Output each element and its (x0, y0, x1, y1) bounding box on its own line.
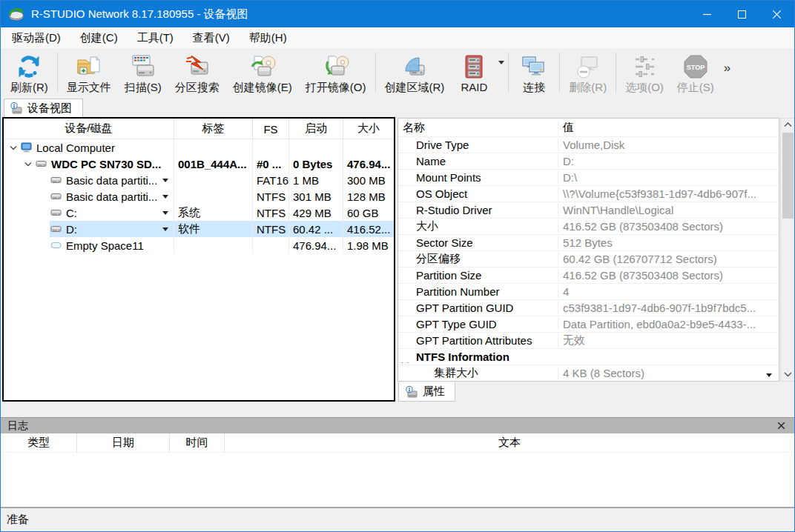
column-header-label: 标签 (202, 122, 225, 136)
folder-files-icon (76, 53, 102, 80)
prop-name-ntfs-information: NTFS Information (398, 350, 558, 363)
prop-row-gpt-type-guid[interactable]: GPT Type GUIDData Partition, ebd0a0a2-b9… (398, 316, 779, 332)
column-header-label[interactable]: 标签 (174, 119, 253, 139)
raid-icon (461, 53, 487, 80)
stop-icon: STOP (682, 53, 709, 80)
partition-dropdown-caret[interactable] (162, 179, 168, 185)
device-row-local-computer[interactable]: Local Computer (4, 139, 394, 156)
scrollbar-thumb[interactable] (782, 133, 794, 219)
column-header-fs[interactable]: FS (253, 119, 289, 139)
connect-label: 连接 (523, 81, 545, 93)
create-image-button[interactable]: 创建镜像(E) (226, 49, 299, 96)
disk-icon (50, 206, 63, 219)
prop-name-sector-size: Sector Size (398, 236, 558, 249)
cluster-size-dropdown-caret[interactable] (766, 373, 772, 379)
device-row-basic-partition-2[interactable]: Basic data partiti...NTFS301 MB128 MB (4, 188, 394, 205)
device-row-drive-d[interactable]: D:软件NTFS60.42 ...416.52... (4, 221, 394, 237)
prop-value-size: 416.52 GB (873503408 Sectors) (558, 220, 779, 233)
prop-value-rstudio-driver: WinNT\Handle\Logical (558, 204, 779, 216)
device-row-empty-space-11[interactable]: Empty Space11476.94...1.98 MB (4, 237, 394, 253)
prop-name-partition-number: Partition Number (398, 285, 558, 298)
log-title: 日志 (7, 419, 774, 433)
partition-search-label: 分区搜索 (175, 81, 220, 93)
sort-ascending-icon (85, 120, 93, 133)
prop-row-size[interactable]: 大小416.52 GB (873503408 Sectors) (398, 218, 779, 234)
toolbar-separator (616, 53, 616, 93)
close-button[interactable] (759, 1, 794, 27)
options-button: 选项(O) (618, 49, 670, 96)
status-text: 准备 (7, 513, 29, 527)
properties-value-header: 值 (558, 121, 779, 135)
prop-row-rstudio-driver[interactable]: R-Studio DriverWinNT\Handle\Logical (398, 202, 779, 218)
prop-row-drive-type[interactable]: Drive TypeVolume,Disk (398, 136, 779, 153)
prop-row-sector-size[interactable]: Sector Size512 Bytes (398, 234, 779, 250)
partition-dropdown-caret[interactable] (162, 195, 168, 202)
open-image-button[interactable]: 打开镜像(O) (299, 49, 373, 96)
scroll-down-icon[interactable] (781, 368, 794, 381)
device-name-label: WDC PC SN730 SD... (51, 158, 161, 170)
delete-icon (575, 53, 601, 80)
app-window: R-STUDIO Network 8.17.180955 - 设备视图 驱动器(… (0, 0, 795, 532)
log-column-type[interactable]: 类型 (1, 433, 77, 453)
svg-text:STOP: STOP (687, 64, 705, 71)
log-header-row: 类型日期时间文本 (1, 433, 794, 453)
scroll-up-icon[interactable] (781, 119, 794, 131)
properties-tab-bar: 属性 (398, 382, 794, 404)
properties-scrollbar[interactable] (780, 118, 794, 382)
refresh-icon (16, 53, 42, 80)
log-column-time[interactable]: 时间 (170, 433, 225, 453)
tab-properties[interactable]: 属性 (398, 382, 455, 402)
expander-chevron-icon[interactable] (22, 162, 35, 167)
prop-row-name[interactable]: NameD: (398, 153, 779, 169)
empty-disk-icon (50, 239, 63, 252)
stop-label: 停止(S) (677, 81, 714, 93)
partition-search-button[interactable]: 分区搜索 (168, 49, 226, 96)
prop-value-drive-type: Volume,Disk (558, 139, 779, 151)
prop-row-os-object[interactable]: OS Object\\?\Volume{c53f9381-1d97-4db6-9… (398, 185, 779, 202)
window-title: R-STUDIO Network 8.17.180955 - 设备视图 (31, 7, 690, 21)
create-region-button[interactable]: 创建区域(R) (378, 49, 452, 96)
prop-value-os-object: \\?\Volume{c53f9381-1d97-4db6-907f... (558, 187, 779, 200)
prop-row-gpt-partition-attributes[interactable]: GPT Partition Attributes无效 (398, 332, 779, 348)
menu-item-create[interactable]: 创建(C) (70, 29, 128, 47)
prop-row-cluster-size[interactable]: 集群大小4 KB (8 Sectors) (398, 365, 779, 381)
scan-button[interactable]: 扫描(S) (118, 49, 168, 96)
tab-device-view[interactable]: 设备视图 (4, 99, 83, 117)
computer-icon (20, 141, 33, 154)
log-column-date[interactable]: 日期 (77, 433, 170, 453)
menu-item-tools[interactable]: 工具(T) (128, 29, 183, 47)
prop-row-gpt-partition-guid[interactable]: GPT Partition GUIDc53f9381-1d97-4db6-907… (398, 299, 779, 316)
raid-dropdown-caret[interactable] (498, 61, 504, 67)
prop-row-partition-offset[interactable]: 分区偏移60.42 GB (126707712 Sectors) (398, 250, 779, 267)
toolbar-overflow-chevron[interactable]: » (721, 49, 735, 96)
section-chevron-icon[interactable] (401, 356, 409, 363)
column-header-start[interactable]: 启动 (289, 119, 343, 139)
expander-chevron-icon[interactable] (7, 145, 20, 150)
log-column-text[interactable]: 文本 (225, 433, 794, 453)
maximize-button[interactable] (725, 1, 759, 27)
log-close-icon[interactable] (774, 419, 788, 433)
status-bar: 准备 (1, 507, 794, 531)
prop-row-ntfs-information[interactable]: NTFS Information (398, 348, 779, 365)
connect-button[interactable]: 连接 (511, 49, 557, 96)
menu-item-help[interactable]: 帮助(H) (240, 29, 297, 47)
partition-dropdown-caret[interactable] (162, 227, 168, 234)
partition-dropdown-caret[interactable] (162, 211, 168, 218)
device-cell-fs: NTFS (253, 188, 289, 205)
device-row-basic-partition-1[interactable]: Basic data partiti...FAT161 MB300 MB (4, 172, 394, 188)
show-files-button[interactable]: 显示文件 (60, 49, 118, 96)
menu-item-view[interactable]: 查看(V) (183, 29, 240, 47)
raid-label: RAID (461, 81, 487, 93)
menu-item-drive[interactable]: 驱动器(D) (2, 29, 70, 47)
minimize-button[interactable] (690, 1, 725, 27)
raid-button[interactable]: RAID (451, 49, 497, 96)
device-row-drive-c[interactable]: C:系统NTFS429 MB60 GB (4, 205, 394, 221)
refresh-button[interactable]: 刷新(R) (4, 49, 55, 96)
prop-row-mount-points[interactable]: Mount PointsD:\ (398, 169, 779, 185)
prop-row-partition-number[interactable]: Partition Number4 (398, 283, 779, 299)
prop-value-cluster-size[interactable]: 4 KB (8 Sectors) (558, 367, 779, 379)
prop-row-partition-size[interactable]: Partition Size416.52 GB (873503408 Secto… (398, 267, 779, 283)
prop-value-mount-points: D:\ (558, 171, 779, 184)
column-header-size[interactable]: 大小 (343, 119, 394, 139)
device-row-wdc-disk[interactable]: WDC PC SN730 SD...001B_444A...#0 ...0 By… (4, 156, 394, 172)
